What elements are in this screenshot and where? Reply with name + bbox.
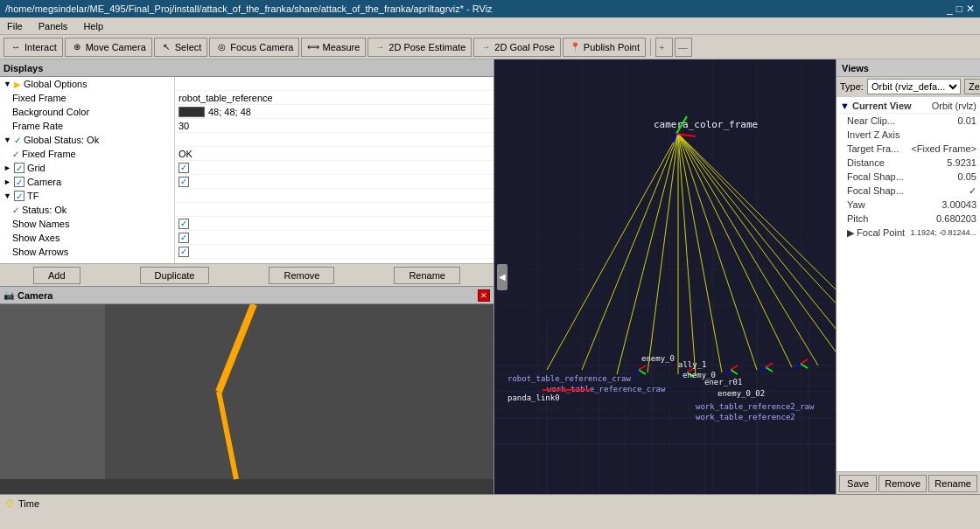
- camera-view[interactable]: mobdata link0 work_ta_rde frameac_aw en …: [0, 304, 494, 494]
- tf-checkbox[interactable]: ✓: [14, 191, 24, 201]
- val-row-frame-rate: 30: [175, 119, 494, 133]
- views-current-value: Orbit (rvlz): [932, 101, 976, 111]
- tree-row-tf[interactable]: ▼ ✓ TF: [0, 189, 174, 203]
- svg-text:enemy_0_02: enemy_0_02: [718, 389, 765, 398]
- menu-help[interactable]: Help: [80, 19, 107, 33]
- views-type-label: Type:: [840, 81, 864, 92]
- displays-header: Displays: [0, 59, 494, 77]
- svg-text:enemy_0: enemy_0: [641, 354, 675, 363]
- views-tree: ▼ Current View Orbit (rvlz) Near Clip...…: [836, 97, 980, 471]
- views-yaw: Yaw 3.00043: [838, 198, 978, 212]
- camera-close-button[interactable]: ✕: [478, 289, 490, 302]
- tree-row-camera[interactable]: ► ✓ Camera: [0, 175, 174, 189]
- right-area: camera_color_frame: [494, 59, 980, 494]
- val-row-fixed-frame: robot_table_reference: [175, 91, 494, 105]
- views-rename-button[interactable]: Rename: [928, 475, 977, 492]
- extra-button[interactable]: +: [655, 38, 673, 57]
- publish-point-button[interactable]: 📍 Publish Point: [563, 38, 646, 57]
- tree-row-grid[interactable]: ► ✓ Grid: [0, 161, 174, 175]
- show-axes-checkbox[interactable]: ✓: [178, 233, 189, 243]
- titlebar: /home/megsindelar/ME_495/Final_Proj/inst…: [0, 0, 980, 17]
- show-names-checkbox[interactable]: ✓: [178, 219, 189, 229]
- svg-rect-2: [0, 479, 494, 494]
- views-type-row: Type: Orbit (rviz_defa... Zero: [836, 77, 980, 97]
- views-distance: Distance 5.9231: [838, 156, 978, 170]
- menu-panels[interactable]: Panels: [35, 19, 72, 33]
- camera-panel-header: 📷 Camera ✕: [0, 287, 494, 304]
- views-save-button[interactable]: Save: [839, 475, 877, 492]
- val-row-ok: OK: [175, 147, 494, 161]
- displays-content: ▼ ▶ Global Options Fixed Frame Backgroun…: [0, 77, 494, 263]
- val-row-global-status-empty: [175, 133, 494, 147]
- status-ok-icon: ✓: [14, 136, 21, 145]
- views-target-frame: Target Fra... <Fixed Frame>: [838, 142, 978, 156]
- tree-row-background-color[interactable]: Background Color: [0, 105, 174, 119]
- minimize-button[interactable]: _: [947, 3, 953, 15]
- val-row-show-axes-check: ✓: [175, 231, 494, 245]
- select-icon: ↖: [160, 41, 172, 53]
- toolbar: ↔ Interact ⊕ Move Camera ↖ Select ◎ Focu…: [0, 35, 980, 59]
- displays-values: robot_table_reference 48; 48; 48 30 OK ✓: [175, 77, 494, 263]
- tree-row-show-names[interactable]: Show Names: [0, 217, 174, 231]
- focus-camera-button[interactable]: ◎ Focus Camera: [209, 38, 299, 57]
- views-zero-button[interactable]: Zero: [964, 79, 980, 94]
- tree-row-show-axes[interactable]: Show Axes: [0, 231, 174, 245]
- tree-row-tf-status[interactable]: ✓ Status: Ok: [0, 203, 174, 217]
- views-focal-shape1: Focal Shap... 0.05: [838, 170, 978, 184]
- 2d-pose-estimate-button[interactable]: → 2D Pose Estimate: [368, 38, 472, 57]
- collapse-arrow[interactable]: ◀: [497, 264, 508, 290]
- remove-button[interactable]: Remove: [269, 267, 334, 284]
- views-remove-button[interactable]: Remove: [878, 475, 927, 492]
- close-button[interactable]: ✕: [966, 3, 975, 15]
- svg-text:ally_1: ally_1: [678, 360, 707, 369]
- publish-point-icon: 📍: [569, 41, 581, 53]
- interact-button[interactable]: ↔ Interact: [4, 38, 63, 57]
- grid-checkbox[interactable]: ✓: [14, 163, 24, 173]
- tree-row-global-status[interactable]: ▼ ✓ Global Status: Ok: [0, 133, 174, 147]
- tree-row-fixed-frame-status[interactable]: ✓ Fixed Frame: [0, 147, 174, 161]
- duplicate-button[interactable]: Duplicate: [140, 267, 210, 284]
- camera-val-checkbox[interactable]: ✓: [178, 177, 189, 187]
- status-ok-icon-2: ✓: [12, 150, 19, 159]
- interact-icon: ↔: [10, 41, 22, 53]
- grid-val-checkbox[interactable]: ✓: [178, 163, 189, 173]
- minus-button[interactable]: —: [675, 38, 692, 57]
- frame-rate-value: 30: [178, 121, 189, 131]
- menubar: File Panels Help: [0, 17, 980, 35]
- views-focal-shape2: Focal Shap... ✓: [838, 184, 978, 198]
- tree-row-show-arrows[interactable]: Show Arrows: [0, 245, 174, 259]
- tree-row-frame-rate[interactable]: Frame Rate: [0, 119, 174, 133]
- displays-title: Displays: [4, 63, 43, 73]
- add-button[interactable]: Add: [33, 267, 80, 284]
- camera-checkbox[interactable]: ✓: [14, 177, 24, 187]
- status-label: Time: [18, 498, 39, 509]
- maximize-button[interactable]: □: [956, 3, 962, 15]
- svg-text:work_table_reference2: work_table_reference2: [696, 413, 795, 421]
- camera-icon: 📷: [4, 290, 14, 300]
- svg-text:camera_color_frame: camera_color_frame: [654, 119, 758, 130]
- focus-icon: ◎: [215, 41, 228, 53]
- measure-button[interactable]: ⟺ Measure: [301, 38, 366, 57]
- bg-color-value: 48; 48; 48: [208, 107, 251, 117]
- move-camera-icon: ⊕: [71, 41, 83, 53]
- rename-button[interactable]: Rename: [394, 267, 460, 284]
- views-pitch: Pitch 0.680203: [838, 212, 978, 226]
- main-area: Displays ▼ ▶ Global Options Fixed Frame …: [0, 59, 980, 494]
- views-bottom: Save Remove Rename: [836, 471, 980, 494]
- tree-row-fixed-frame[interactable]: Fixed Frame: [0, 91, 174, 105]
- show-arrows-checkbox[interactable]: ✓: [178, 247, 189, 257]
- tree-row-global-options[interactable]: ▼ ▶ Global Options: [0, 77, 174, 91]
- menu-file[interactable]: File: [4, 19, 26, 33]
- move-camera-button[interactable]: ⊕ Move Camera: [65, 38, 152, 57]
- views-type-select[interactable]: Orbit (rviz_defa...: [867, 79, 961, 94]
- tf-status-icon: ✓: [12, 205, 19, 215]
- views-title: Views: [842, 63, 869, 73]
- title-text: /home/megsindelar/ME_495/Final_Proj/inst…: [5, 3, 493, 14]
- left-panel: Displays ▼ ▶ Global Options Fixed Frame …: [0, 59, 494, 494]
- svg-text:ener_r01: ener_r01: [704, 378, 742, 386]
- svg-text:work_table_reference2_raw: work_table_reference2_raw: [696, 402, 815, 411]
- 2d-goal-pose-button[interactable]: → 2D Goal Pose: [473, 38, 560, 57]
- svg-rect-1: [0, 304, 105, 494]
- select-button[interactable]: ↖ Select: [154, 38, 208, 57]
- views-panel: Views Type: Orbit (rviz_defa... Zero ▼ C…: [836, 59, 980, 494]
